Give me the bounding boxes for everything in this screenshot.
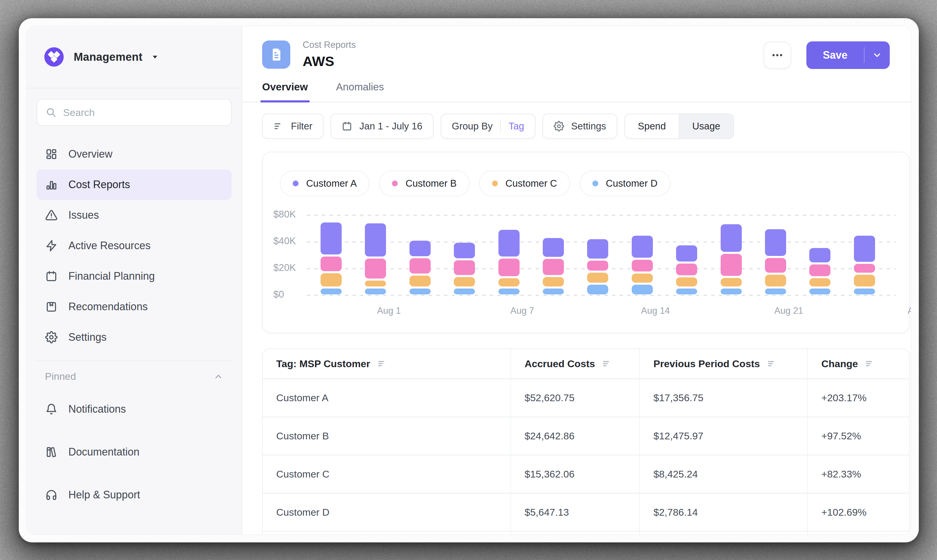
bar-segment-customer-b bbox=[721, 254, 742, 276]
logo-diamonds-icon bbox=[44, 47, 64, 67]
column-header-change[interactable]: Change bbox=[808, 349, 909, 378]
bar-segment-customer-a bbox=[632, 236, 653, 258]
tab-anomalies[interactable]: Anomalies bbox=[336, 81, 384, 102]
pinned-label: Pinned bbox=[45, 371, 76, 382]
bar-segment-customer-b bbox=[499, 258, 520, 276]
filter-label: Filter bbox=[291, 121, 312, 132]
save-dropdown-toggle[interactable] bbox=[865, 42, 890, 69]
x-axis-label: Aug 7 bbox=[490, 306, 554, 316]
bar-segment-customer-c bbox=[676, 277, 697, 286]
bar-segment-customer-b bbox=[765, 258, 786, 273]
bar-segment-customer-a bbox=[499, 230, 520, 257]
bar-segment-customer-c bbox=[809, 278, 831, 286]
stacked-bar bbox=[320, 223, 342, 294]
workspace-switcher[interactable]: Management bbox=[27, 26, 242, 88]
dashboard-grid-icon bbox=[45, 148, 58, 160]
sidebar-item-overview[interactable]: Overview bbox=[37, 139, 232, 169]
sidebar-item-label: Documentation bbox=[68, 446, 139, 458]
bar-segment-customer-d bbox=[721, 289, 742, 294]
y-axis-label: $20K bbox=[273, 262, 298, 273]
pinned-section-toggle[interactable]: Pinned bbox=[37, 360, 232, 382]
sidebar-item-documentation[interactable]: Documentation bbox=[37, 437, 232, 467]
stacked-bar bbox=[854, 236, 875, 294]
bar-segment-customer-c bbox=[454, 277, 475, 286]
sidebar-item-help-support[interactable]: Help & Support bbox=[37, 480, 232, 510]
tab-overview[interactable]: Overview bbox=[262, 81, 308, 102]
sidebar-item-cost-reports[interactable]: Cost Reports bbox=[37, 169, 232, 200]
page-title: AWS bbox=[303, 53, 356, 69]
bar-segment-customer-b bbox=[587, 261, 608, 271]
page-header: Cost Reports AWS Save bbox=[242, 26, 911, 69]
bell-icon bbox=[45, 403, 58, 415]
workspace-logo bbox=[44, 47, 64, 67]
stacked-bar bbox=[409, 241, 431, 294]
search-box bbox=[37, 99, 232, 126]
sidebar: Management Overview Cost Reports bbox=[27, 26, 242, 534]
sidebar-item-notifications[interactable]: Notifications bbox=[37, 394, 232, 425]
more-options-button[interactable] bbox=[763, 42, 791, 69]
sidebar-item-settings[interactable]: Settings bbox=[37, 322, 232, 352]
sidebar-item-financial-planning[interactable]: Financial Planning bbox=[37, 261, 232, 291]
bar-segment-customer-d bbox=[676, 289, 697, 294]
x-axis-label: Aug 28 bbox=[890, 306, 911, 316]
table-row[interactable]: Customer C $15,362.06 $8,425.24 +82.33% bbox=[263, 455, 909, 493]
y-axis-label: $80K bbox=[273, 209, 298, 220]
x-axis-label: Aug 14 bbox=[623, 306, 688, 316]
bar-segment-customer-c bbox=[320, 273, 342, 286]
chevron-up-icon bbox=[214, 372, 223, 382]
cell-previous-costs: $17,356.75 bbox=[640, 379, 808, 417]
cell-customer-name: Customer D bbox=[263, 494, 511, 531]
sidebar-item-label: Active Resources bbox=[68, 240, 151, 252]
sidebar-item-label: Settings bbox=[68, 331, 106, 343]
bar-chart-icon bbox=[45, 178, 58, 191]
sidebar-nav: Overview Cost Reports Issues Active Reso… bbox=[37, 139, 232, 352]
stacked-bar bbox=[587, 239, 608, 294]
main-panel: Cost Reports AWS Save Overview Ano bbox=[242, 26, 911, 534]
report-document-icon bbox=[262, 40, 290, 69]
table-row[interactable]: Customer D $5,647.13 $2,786.14 +102.69% bbox=[263, 493, 909, 531]
column-header-previous[interactable]: Previous Period Costs bbox=[640, 349, 808, 378]
stacked-bar bbox=[543, 238, 564, 294]
date-range-button[interactable]: Jan 1 - July 16 bbox=[331, 114, 434, 139]
calendar-icon bbox=[342, 121, 352, 131]
sidebar-item-label: Financial Planning bbox=[68, 270, 155, 282]
bar-segment-customer-a bbox=[543, 238, 564, 257]
table-row[interactable]: Customer B $24,642.86 $12,475.97 +97.52% bbox=[263, 417, 909, 455]
bar-segment-customer-d bbox=[854, 289, 875, 294]
bar-segment-customer-c bbox=[721, 278, 742, 286]
bar-segment-customer-d bbox=[454, 289, 475, 294]
headphones-icon bbox=[45, 489, 58, 501]
save-button[interactable]: Save bbox=[806, 42, 890, 69]
sidebar-item-issues[interactable]: Issues bbox=[37, 200, 232, 231]
toggle-option-spend[interactable]: Spend bbox=[625, 114, 679, 138]
bar-segment-customer-b bbox=[454, 260, 475, 275]
bar-segment-customer-a bbox=[454, 243, 475, 258]
group-by-divider bbox=[500, 120, 501, 133]
bar-segment-customer-c bbox=[365, 281, 386, 286]
column-header-accrued[interactable]: Accrued Costs bbox=[511, 349, 640, 378]
toggle-option-usage[interactable]: Usage bbox=[679, 114, 733, 138]
filter-button[interactable]: Filter bbox=[262, 114, 323, 139]
date-range-label: Jan 1 - July 16 bbox=[359, 121, 422, 132]
group-by-button[interactable]: Group By Tag bbox=[441, 114, 535, 139]
gridline-0 bbox=[307, 295, 896, 296]
bar-segment-customer-c bbox=[632, 274, 653, 283]
column-header-tag[interactable]: Tag: MSP Customer bbox=[263, 349, 511, 378]
sidebar-item-recomendations[interactable]: Recomendations bbox=[37, 291, 232, 322]
chart-settings-button[interactable]: Settings bbox=[543, 114, 617, 139]
warning-triangle-icon bbox=[45, 209, 58, 221]
stacked-bar bbox=[721, 224, 742, 294]
app-window: Management Overview Cost Reports bbox=[19, 18, 919, 542]
lightning-bolt-icon bbox=[45, 240, 58, 252]
sidebar-item-label: Issues bbox=[68, 209, 99, 221]
sidebar-item-active-resources[interactable]: Active Resources bbox=[37, 231, 232, 261]
bar-segment-customer-b bbox=[676, 263, 697, 275]
sidebar-item-label: Recomendations bbox=[68, 300, 148, 313]
cell-customer-name: Customer C bbox=[263, 455, 511, 493]
report-toolbar: Filter Jan 1 - July 16 Group By Tag Sett… bbox=[262, 114, 890, 139]
table-row[interactable]: Customer A $52,620.75 $17,356.75 +203.17… bbox=[263, 378, 909, 417]
sort-icon bbox=[602, 358, 611, 369]
books-icon bbox=[45, 446, 58, 458]
search-input[interactable] bbox=[63, 107, 223, 118]
bar-segment-customer-b bbox=[632, 260, 653, 271]
